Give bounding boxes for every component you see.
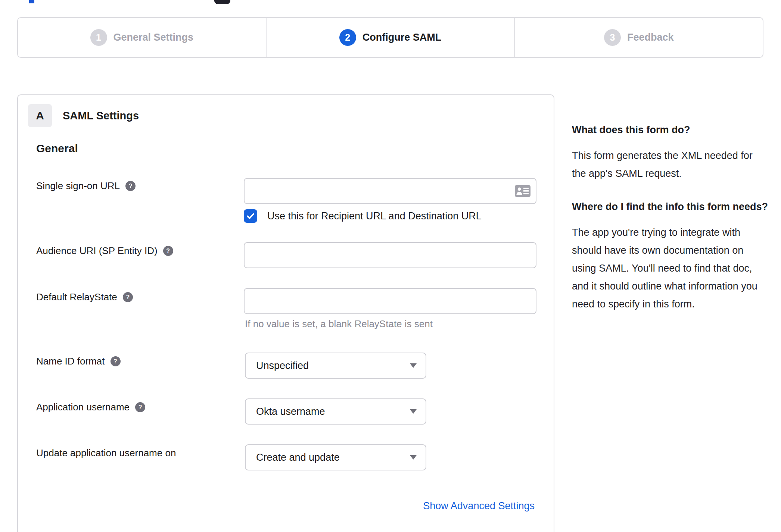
- recipient-destination-checkbox[interactable]: [244, 209, 257, 223]
- app-username-label-row: Application username ?: [36, 401, 145, 413]
- saml-settings-panel: A SAML Settings General Single sign-on U…: [17, 94, 554, 532]
- sso-url-label: Single sign-on URL: [36, 180, 120, 192]
- update-username-label-row: Update application username on: [36, 447, 176, 459]
- audience-uri-input[interactable]: [244, 242, 536, 268]
- step-configure-saml[interactable]: 2 Configure SAML: [266, 18, 514, 57]
- relaystate-input[interactable]: [244, 288, 536, 314]
- partial-header-element: [214, 0, 230, 4]
- update-username-select[interactable]: Create and update: [245, 444, 426, 470]
- relaystate-helper-text: If no value is set, a blank RelayState i…: [245, 318, 433, 330]
- nameid-format-label: Name ID format: [36, 356, 105, 367]
- nameid-format-label-row: Name ID format ?: [36, 356, 121, 367]
- nameid-format-help-icon[interactable]: ?: [111, 356, 121, 366]
- step-3-number-badge: 3: [604, 29, 621, 46]
- general-section-heading: General: [36, 142, 78, 155]
- audience-uri-label: Audience URI (SP Entity ID): [36, 245, 158, 257]
- recipient-destination-checkbox-label[interactable]: Use this for Recipient URL and Destinati…: [267, 209, 482, 223]
- step-general-settings[interactable]: 1 General Settings: [18, 18, 266, 57]
- nameid-format-selected-value: Unspecified: [256, 360, 309, 372]
- app-username-help-icon[interactable]: ?: [135, 402, 145, 412]
- relaystate-label: Default RelayState: [36, 291, 117, 303]
- sso-url-label-row: Single sign-on URL ?: [36, 180, 136, 192]
- update-username-selected-value: Create and update: [256, 452, 340, 463]
- sidebar-heading-what: What does this form do?: [572, 122, 768, 138]
- wizard-stepper: 1 General Settings 2 Configure SAML 3 Fe…: [17, 17, 763, 58]
- contact-card-icon: [515, 185, 530, 197]
- help-sidebar: What does this form do? This form genera…: [572, 122, 768, 313]
- audience-uri-help-icon[interactable]: ?: [163, 246, 173, 256]
- audience-uri-label-row: Audience URI (SP Entity ID) ?: [36, 245, 173, 257]
- step-3-label: Feedback: [627, 32, 674, 43]
- relaystate-label-row: Default RelayState ?: [36, 291, 133, 303]
- step-2-label: Configure SAML: [363, 32, 441, 43]
- dropdown-caret-icon: [410, 455, 417, 460]
- nameid-format-select[interactable]: Unspecified: [245, 353, 426, 379]
- sidebar-text-where: The app you're trying to integrate with …: [572, 223, 768, 313]
- panel-title: SAML Settings: [63, 104, 139, 127]
- checkmark-icon: [246, 212, 255, 220]
- sso-url-input-wrap: [244, 178, 536, 204]
- dropdown-caret-icon: [410, 409, 417, 414]
- step-feedback[interactable]: 3 Feedback: [514, 18, 763, 57]
- relaystate-help-icon[interactable]: ?: [123, 292, 133, 302]
- dropdown-caret-icon: [410, 363, 417, 368]
- update-username-label: Update application username on: [36, 447, 176, 459]
- sso-url-help-icon[interactable]: ?: [125, 181, 136, 191]
- step-1-label: General Settings: [113, 32, 194, 43]
- partial-tab-indicator: [29, 0, 34, 3]
- section-a-badge: A: [28, 104, 52, 127]
- app-username-select[interactable]: Okta username: [245, 398, 426, 425]
- sso-url-input[interactable]: [244, 178, 536, 204]
- app-username-label: Application username: [36, 401, 130, 413]
- show-advanced-settings-link[interactable]: Show Advanced Settings: [423, 500, 535, 512]
- step-1-number-badge: 1: [90, 29, 107, 46]
- app-username-selected-value: Okta username: [256, 406, 325, 417]
- sidebar-text-what: This form generates the XML needed for t…: [572, 147, 768, 182]
- sidebar-heading-where: Where do I find the info this form needs…: [572, 199, 768, 215]
- step-2-number-badge: 2: [339, 29, 356, 46]
